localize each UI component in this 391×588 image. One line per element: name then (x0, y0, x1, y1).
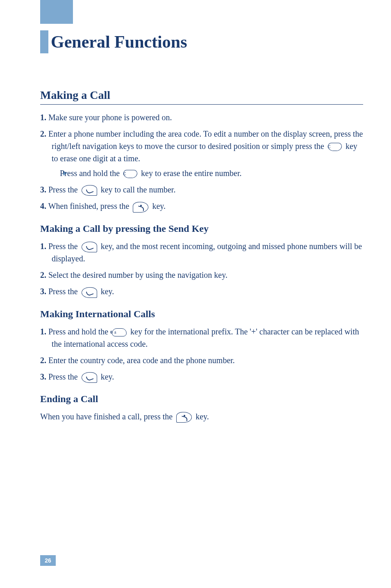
zero-key-icon: 0 ± (112, 328, 127, 336)
step-number: 4. (40, 201, 46, 210)
list-item: 2. Enter a phone number including the ar… (40, 128, 363, 179)
making-call-steps: 1. Make sure your phone is powered on. 2… (40, 111, 363, 213)
subsection-title-international: Making International Calls (40, 309, 363, 320)
sub-text: key to erase the entire number. (139, 169, 241, 178)
send-key-icon (82, 287, 97, 298)
ending-text: key. (193, 412, 209, 421)
step-text: When finished, press the (46, 201, 131, 210)
page-title: General Functions (51, 30, 187, 53)
step-text: Make sure your phone is powered on. (46, 113, 172, 122)
list-item: 1. Press and hold the 0 ± key for the in… (40, 325, 363, 350)
step-text: key. (150, 201, 166, 210)
send-key-icon (82, 185, 97, 196)
ending-text: When you have finished a call, press the (40, 412, 175, 421)
header-accent-band (40, 0, 73, 24)
step-text: key to call the number. (99, 185, 176, 194)
subsection-title-send-key: Making a Call by pressing the Send Key (40, 223, 363, 234)
step-number: 3. (40, 185, 46, 194)
step-text: Select the desired number by using the n… (46, 270, 227, 279)
list-item: 3. Press the key to call the number. (40, 183, 363, 196)
list-item: 3. Press the key. (40, 285, 363, 297)
sub-bullet-text-wrap: Press and hold the C key to erase the en… (71, 167, 242, 179)
list-item: 4. When finished, press the key. (40, 200, 363, 212)
step-number: 3. (40, 372, 46, 381)
step-number: 2. (40, 129, 46, 138)
send-key-steps: 1. Press the key, and the most recent in… (40, 240, 363, 298)
send-key-icon (82, 372, 97, 383)
list-item: 3. Press the key. (40, 371, 363, 383)
list-item: 1. Press the key, and the most recent in… (40, 240, 363, 265)
clear-key-icon: C (328, 143, 342, 151)
sub-bullet: Press and hold the C key to erase the en… (63, 167, 363, 179)
list-item: 2. Select the desired number by using th… (40, 269, 363, 281)
step-text: Enter a phone number including the area … (46, 129, 363, 151)
step-text: Press the (46, 242, 80, 251)
content-area: Making a Call 1. Make sure your phone is… (40, 89, 363, 427)
end-key-icon (176, 412, 192, 423)
step-number: 3. (40, 287, 46, 296)
step-text: Enter the country code, area code and th… (46, 356, 235, 365)
section-title-making-call: Making a Call (40, 89, 363, 105)
manual-page: General Functions Making a Call 1. Make … (0, 0, 391, 588)
step-number: 1. (40, 113, 46, 122)
step-text: Press the (46, 287, 80, 296)
page-number-badge: 26 (40, 555, 56, 566)
step-text: Press the (46, 185, 80, 194)
send-key-icon (82, 242, 97, 252)
page-title-row: General Functions (40, 30, 187, 53)
step-text: key. (99, 372, 114, 381)
step-text: Press the (46, 372, 80, 381)
list-item: 2. Enter the country code, area code and… (40, 354, 363, 366)
step-text: key. (99, 287, 114, 296)
title-accent-block (40, 30, 48, 53)
step-text: key, and the most recent incoming, outgo… (52, 242, 362, 263)
clear-key-icon: C (123, 170, 137, 178)
international-steps: 1. Press and hold the 0 ± key for the in… (40, 325, 363, 383)
subsection-title-ending: Ending a Call (40, 394, 363, 405)
sub-text: Press and hold the (60, 169, 122, 178)
step-number: 1. (40, 242, 46, 251)
end-key-icon (133, 202, 148, 213)
list-item: 1. Make sure your phone is powered on. (40, 111, 363, 124)
ending-paragraph: When you have finished a call, press the… (40, 410, 363, 423)
step-number: 2. (40, 270, 46, 279)
step-text: Press and hold the (46, 327, 110, 336)
step-number: 1. (40, 327, 46, 336)
step-number: 2. (40, 356, 46, 365)
